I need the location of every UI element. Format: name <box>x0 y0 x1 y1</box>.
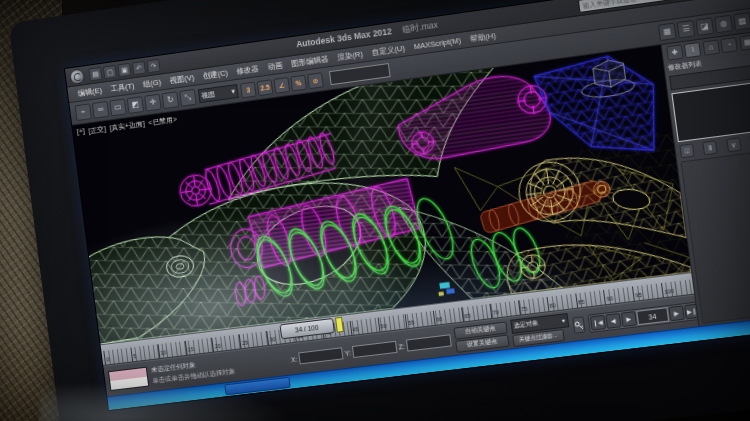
toolbar-icon[interactable]: ↻ <box>162 91 180 109</box>
toolbar-icon[interactable]: ◍ <box>714 15 733 34</box>
coord-z-field[interactable] <box>406 334 452 351</box>
snap-toggle-icon[interactable]: ⊙ <box>307 72 324 89</box>
playback-button[interactable]: ▶ <box>668 305 684 321</box>
toolbar-icon[interactable]: ◪ <box>695 17 714 36</box>
play-button[interactable]: ▶ <box>620 311 636 327</box>
command-panel-tab-icon[interactable]: ✚ <box>666 44 684 60</box>
command-panel-tab-icon[interactable]: ⌂ <box>702 39 720 55</box>
quick-access-icon[interactable]: ▢ <box>103 64 117 79</box>
timeline-tick-label: 95 <box>632 283 663 301</box>
laptop: ▤▢▣↶↷ Autodesk 3ds Max 2012 临时.max ⌕★?▾ … <box>8 0 750 421</box>
playback-button[interactable]: ❙◀ <box>589 315 605 331</box>
3dsmax-screen: ▤▢▣↶↷ Autodesk 3ds Max 2012 临时.max ⌕★?▾ … <box>65 0 750 410</box>
toolbar-icon[interactable]: ✛ <box>144 94 162 112</box>
menu-item[interactable]: 视图(V) <box>165 71 199 87</box>
snap-toggle-icon[interactable]: % <box>290 74 307 91</box>
reference-coordinate-value: 视图 <box>201 89 216 101</box>
named-selection-set-field[interactable] <box>329 63 391 85</box>
timeline-tick-label: 85 <box>575 290 606 308</box>
modifier-tool-icon[interactable]: ∨ <box>726 137 741 152</box>
toolbar-icon[interactable]: ⌁ <box>75 103 92 121</box>
timeline-tick-label: 50 <box>377 314 407 331</box>
coord-x-field[interactable] <box>298 347 343 364</box>
coord-x-label: X: <box>291 355 298 363</box>
command-panel-tab-icon[interactable]: ▦ <box>739 34 750 50</box>
timeline-tick-label: 80 <box>546 294 576 312</box>
key-icon <box>573 320 583 330</box>
command-panel-tab-icon[interactable]: ⌇ <box>684 42 702 58</box>
toolbar-icon[interactable]: ☰ <box>677 20 696 39</box>
chevron-down-icon: ▾ <box>561 316 565 323</box>
set-keys-button[interactable] <box>572 316 585 334</box>
quick-access-icon[interactable]: ▤ <box>88 66 102 80</box>
timeline-tick-label: 75 <box>518 297 548 315</box>
command-panel-tab-icon[interactable]: ◔ <box>720 37 738 53</box>
coord-z-label: Z: <box>398 342 405 350</box>
modifier-tool-icon[interactable]: Ⅱ <box>703 140 718 155</box>
menu-item[interactable]: 工具(T) <box>106 79 139 95</box>
timeline-tick-label: 25 <box>239 331 268 348</box>
reference-coordinate-dropdown[interactable]: 视图 ▾ <box>198 84 239 103</box>
snap-toggle-icon[interactable]: ∠ <box>273 76 290 93</box>
modifier-tool-icon[interactable]: ⍗ <box>679 143 694 158</box>
menu-item[interactable]: 创建(C) <box>198 66 232 82</box>
laptop-photo: ▤▢▣↶↷ Autodesk 3ds Max 2012 临时.max ⌕★?▾ … <box>0 0 750 421</box>
toolbar-icon[interactable]: ▩ <box>733 12 750 31</box>
menu-item[interactable]: 组(G) <box>139 76 166 91</box>
key-buttons: 自动关键点 设置关键点 <box>453 321 509 352</box>
timeline-tick-label: 15 <box>184 338 213 355</box>
timeline-tick-label: 55 <box>405 311 435 328</box>
snap-toggle-icon[interactable]: 2.5 <box>257 79 274 96</box>
quick-access-icon[interactable]: ↶ <box>132 60 146 75</box>
menu-item[interactable]: 动画 <box>263 59 287 74</box>
timeline-tick-label: 20 <box>212 334 241 351</box>
toolbar-icon[interactable]: ⤡ <box>179 89 197 107</box>
toolbar-icon[interactable]: ◩ <box>127 96 145 114</box>
current-frame-field[interactable] <box>636 307 669 325</box>
toolbar-icon[interactable]: ▦ <box>658 23 677 42</box>
timeline-tick-label: 65 <box>461 304 491 322</box>
quick-access-icon[interactable]: ↷ <box>146 58 160 73</box>
timeline-tick-label: 5 <box>130 344 159 361</box>
timeline-tick-label: 45 <box>349 318 379 335</box>
viewport-general-label[interactable]: [+] <box>76 127 85 138</box>
timeline-tick-label: 10 <box>157 341 186 358</box>
coord-y-field[interactable] <box>352 341 398 358</box>
maxscript-mini-listener[interactable] <box>108 367 149 391</box>
file-name: 临时.max <box>402 20 439 35</box>
current-frame-marker <box>335 317 344 333</box>
timeline-tick-label: 100 <box>661 280 692 298</box>
timeline-tick-label: 90 <box>603 287 634 305</box>
coord-y-label: Y: <box>344 349 351 357</box>
toolbar-icon[interactable]: ∞ <box>92 101 109 119</box>
timeline-tick-label: 60 <box>433 307 463 324</box>
menu-item[interactable]: 编辑(E) <box>73 84 106 100</box>
3dsmax-logo-icon[interactable] <box>69 68 85 85</box>
quick-access-icon[interactable]: ▣ <box>117 62 131 77</box>
toolbar-icon[interactable]: ▭ <box>109 98 127 116</box>
menu-item[interactable]: 修改器 <box>232 62 264 78</box>
timeline-tick-label: 0 <box>103 348 132 365</box>
timeline-tick-label: 70 <box>489 301 519 319</box>
playback-button[interactable]: ◀ <box>605 313 621 329</box>
snap-toggle-icon[interactable]: 3 <box>240 81 257 98</box>
chevron-down-icon: ▾ <box>231 87 235 95</box>
